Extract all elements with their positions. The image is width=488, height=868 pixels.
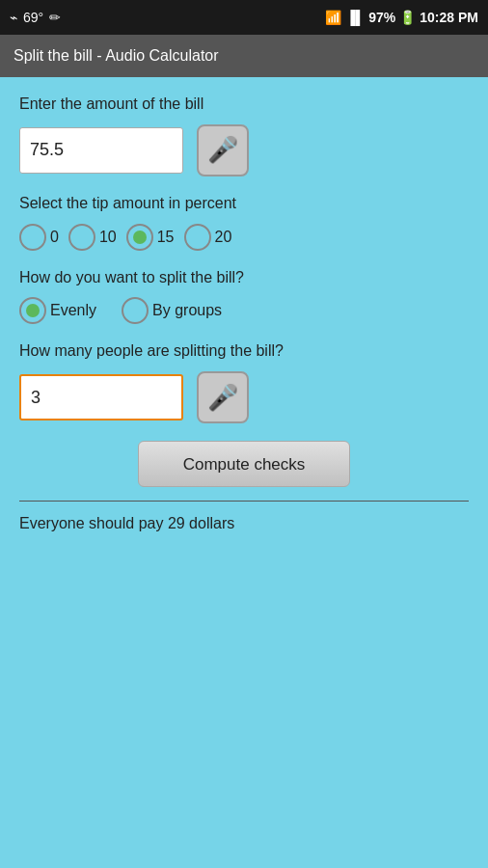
bill-section: Enter the amount of the bill 🎤 bbox=[19, 95, 469, 176]
split-label: How do you want to split the bill? bbox=[19, 268, 469, 288]
divider bbox=[19, 501, 469, 502]
temperature: 69° bbox=[23, 10, 43, 25]
tip-label-10: 10 bbox=[99, 229, 117, 246]
tip-option-20[interactable]: 20 bbox=[184, 224, 232, 251]
title-bar: Split the bill - Audio Calculator bbox=[0, 35, 488, 77]
tip-label-15: 15 bbox=[157, 229, 175, 246]
tip-radio-group: 0 10 15 20 bbox=[19, 224, 469, 251]
split-section: How do you want to split the bill? Evenl… bbox=[19, 268, 469, 325]
people-mic-button[interactable]: 🎤 bbox=[197, 371, 249, 423]
tip-section: Select the tip amount in percent 0 10 15 bbox=[19, 194, 469, 251]
bill-mic-button[interactable]: 🎤 bbox=[197, 124, 249, 176]
result-text: Everyone should pay 29 dollars bbox=[19, 515, 469, 532]
main-content: Enter the amount of the bill 🎤 Select th… bbox=[0, 77, 488, 868]
tip-radio-0[interactable] bbox=[19, 224, 46, 251]
edit-icon bbox=[49, 10, 61, 25]
battery-icon: 🔋 bbox=[399, 10, 416, 25]
status-left: 69° bbox=[10, 10, 61, 25]
split-option-evenly[interactable]: Evenly bbox=[19, 297, 96, 324]
people-count-input[interactable] bbox=[19, 374, 183, 420]
time: 10:28 PM bbox=[420, 10, 478, 25]
tip-label-20: 20 bbox=[215, 229, 232, 246]
status-bar: 69° 📶 ▐▌ 97% 🔋 10:28 PM bbox=[0, 0, 488, 35]
tip-option-10[interactable]: 10 bbox=[68, 224, 117, 251]
split-label-groups: By groups bbox=[152, 302, 222, 319]
split-label-evenly: Evenly bbox=[50, 302, 96, 319]
battery-percent: 97% bbox=[368, 10, 395, 25]
people-mic-icon: 🎤 bbox=[207, 383, 238, 413]
split-radio-evenly[interactable] bbox=[19, 297, 46, 324]
tip-option-0[interactable]: 0 bbox=[19, 224, 59, 251]
wifi-icon: 📶 bbox=[325, 10, 341, 25]
tip-label: Select the tip amount in percent bbox=[19, 194, 469, 214]
people-label: How many people are splitting the bill? bbox=[19, 341, 469, 362]
split-radio-dot-evenly bbox=[26, 304, 40, 317]
bill-input-row: 🎤 bbox=[19, 124, 469, 176]
bill-amount-input[interactable] bbox=[19, 127, 183, 174]
tip-option-15[interactable]: 15 bbox=[126, 224, 175, 251]
bill-mic-icon: 🎤 bbox=[207, 135, 238, 165]
bill-label: Enter the amount of the bill bbox=[19, 95, 469, 115]
tip-radio-20[interactable] bbox=[184, 224, 211, 251]
split-option-groups[interactable]: By groups bbox=[122, 297, 222, 324]
tip-radio-10[interactable] bbox=[68, 224, 95, 251]
split-radio-group: Evenly By groups bbox=[19, 297, 469, 324]
tip-label-0: 0 bbox=[50, 229, 59, 246]
compute-checks-button[interactable]: Compute checks bbox=[138, 441, 350, 487]
app-title: Split the bill - Audio Calculator bbox=[14, 47, 219, 65]
split-radio-groups[interactable] bbox=[122, 297, 149, 324]
signal-icon: ▐▌ bbox=[345, 10, 365, 25]
people-section: How many people are splitting the bill? … bbox=[19, 341, 469, 423]
tip-radio-15[interactable] bbox=[126, 224, 153, 251]
status-right: 📶 ▐▌ 97% 🔋 10:28 PM bbox=[325, 10, 478, 25]
tip-radio-dot-15 bbox=[133, 231, 147, 244]
people-input-row: 🎤 bbox=[19, 371, 469, 423]
usb-icon bbox=[10, 10, 17, 25]
